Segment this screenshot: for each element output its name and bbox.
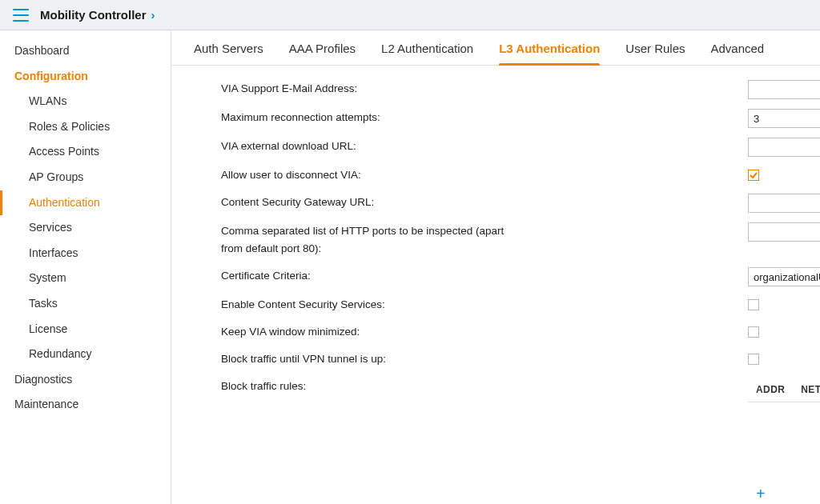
ext-download-input[interactable]: [748, 138, 820, 157]
chevron-right-icon[interactable]: ›: [151, 8, 155, 22]
block-rules-body: [748, 402, 820, 481]
sidebar: Dashboard Configuration WLANs Roles & Po…: [0, 30, 171, 504]
sidebar-item-interfaces[interactable]: Interfaces: [0, 241, 171, 266]
keep-min-checkbox[interactable]: [748, 326, 759, 338]
tab-l2-authentication[interactable]: L2 Authentication: [381, 42, 473, 65]
sidebar-item-dashboard[interactable]: Dashboard: [0, 38, 171, 64]
block-until-vpn-label: Block traffic until VPN tunnel is up:: [171, 350, 524, 368]
sidebar-item-wlans[interactable]: WLANs: [0, 89, 171, 114]
tab-auth-servers[interactable]: Auth Servers: [194, 42, 263, 65]
sidebar-item-tasks[interactable]: Tasks: [0, 291, 171, 317]
via-email-input[interactable]: [748, 80, 820, 99]
tab-advanced[interactable]: Advanced: [710, 42, 764, 65]
sidebar-item-maintenance[interactable]: Maintenance: [0, 392, 171, 418]
col-addr[interactable]: ADDR: [748, 378, 793, 402]
sidebar-item-configuration[interactable]: Configuration: [0, 64, 171, 90]
max-reconnect-input[interactable]: [748, 109, 820, 128]
tab-user-rules[interactable]: User Rules: [625, 42, 685, 65]
http-ports-input[interactable]: [748, 222, 820, 242]
cert-criteria-input[interactable]: [748, 267, 820, 286]
block-rules-header: ADDR NETMASK DESCRIPTIO: [748, 378, 820, 402]
csg-url-input[interactable]: [748, 194, 820, 213]
block-rules-table: ADDR NETMASK DESCRIPTIO +: [524, 378, 820, 502]
app-title: Mobility Controller: [40, 8, 147, 22]
sidebar-item-services[interactable]: Services: [0, 215, 171, 241]
max-reconnect-label: Maximum reconnection attempts:: [171, 109, 524, 126]
csg-url-label: Content Security Gateway URL:: [171, 194, 524, 211]
add-rule-plus-icon[interactable]: +: [756, 485, 766, 502]
cert-criteria-label: Certificate Criteria:: [171, 267, 524, 285]
tab-bar: Auth Servers AAA Profiles L2 Authenticat…: [171, 30, 820, 66]
content-area: Auth Servers AAA Profiles L2 Authenticat…: [171, 30, 820, 504]
enable-css-checkbox[interactable]: [748, 299, 759, 310]
via-email-label: VIA Support E-Mail Address:: [171, 80, 524, 98]
keep-min-label: Keep VIA window minimized:: [171, 323, 524, 341]
form-area: VIA Support E-Mail Address: Maximum reco…: [171, 66, 820, 504]
allow-disconnect-label: Allow user to disconnect VIA:: [171, 166, 524, 184]
block-until-vpn-checkbox[interactable]: [748, 354, 759, 365]
tab-l3-authentication[interactable]: L3 Authentication: [499, 42, 600, 65]
ext-download-label: VIA external download URL:: [171, 138, 524, 155]
top-header: Mobility Controller ›: [0, 0, 820, 30]
sidebar-item-diagnostics[interactable]: Diagnostics: [0, 367, 171, 393]
sidebar-item-access-points[interactable]: Access Points: [0, 139, 171, 165]
http-ports-label: Comma separated list of HTTP ports to be…: [171, 222, 524, 258]
hamburger-icon[interactable]: [13, 9, 29, 22]
sidebar-item-authentication[interactable]: Authentication: [0, 190, 171, 216]
sidebar-item-roles-policies[interactable]: Roles & Policies: [0, 114, 171, 140]
sidebar-item-ap-groups[interactable]: AP Groups: [0, 165, 171, 190]
check-icon: [749, 170, 758, 180]
col-netmask[interactable]: NETMASK: [793, 378, 820, 402]
sidebar-item-system[interactable]: System: [0, 266, 171, 291]
tab-aaa-profiles[interactable]: AAA Profiles: [289, 42, 356, 65]
allow-disconnect-checkbox[interactable]: [748, 170, 759, 181]
sidebar-item-redundancy[interactable]: Redundancy: [0, 342, 171, 367]
enable-css-label: Enable Content Security Services:: [171, 296, 524, 314]
block-rules-label: Block traffic rules:: [171, 378, 524, 395]
sidebar-item-license[interactable]: License: [0, 317, 171, 342]
